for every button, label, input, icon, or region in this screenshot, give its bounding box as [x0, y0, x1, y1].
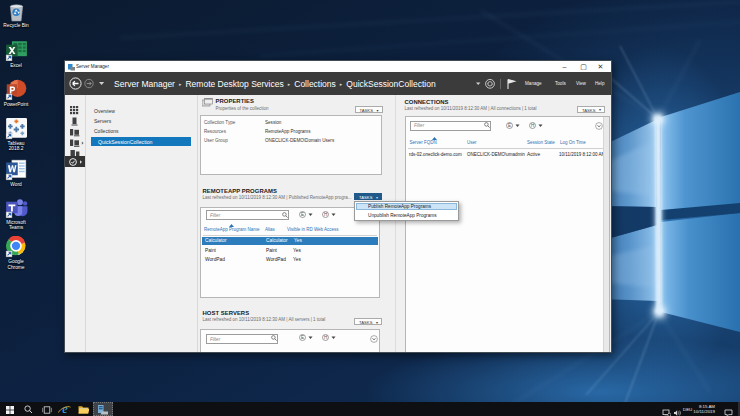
svg-text:E: E	[301, 212, 304, 217]
svg-text:H: H	[324, 335, 327, 340]
svg-text:H: H	[531, 123, 534, 128]
svg-text:H: H	[324, 212, 327, 217]
svg-text:E: E	[301, 335, 304, 340]
svg-text:E: E	[508, 123, 511, 128]
